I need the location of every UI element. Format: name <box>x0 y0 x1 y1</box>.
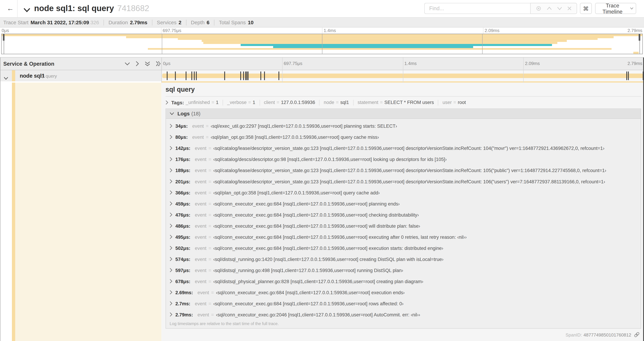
minimap-right-scrubber[interactable] <box>640 34 640 54</box>
chevron-right-icon[interactable] <box>170 235 172 239</box>
chevron-right-icon[interactable] <box>170 212 172 217</box>
span-detail-row: sql query Tags: _unfinished=1_verbose=1c… <box>0 83 644 341</box>
span-timeline-cell[interactable] <box>161 70 644 81</box>
ruler-tick-label: 2.09ms <box>484 28 500 33</box>
log-marker[interactable] <box>240 72 241 80</box>
log-marker[interactable] <box>245 72 246 80</box>
span-name-cell[interactable]: node sql1 sql query <box>0 70 161 81</box>
log-marker[interactable] <box>626 72 627 80</box>
chevron-right-icon[interactable] <box>170 201 172 206</box>
log-row[interactable]: 476μs:event=‹sql/conn_executor_exec.go:6… <box>166 209 640 220</box>
chevron-right-icon[interactable] <box>170 179 172 184</box>
chevron-right-icon[interactable] <box>170 157 172 161</box>
chevron-right-icon[interactable] <box>170 268 172 272</box>
log-field-value: ‹sql/conn_executor_exec.go:684 [nsql1,cl… <box>213 245 443 250</box>
log-marker[interactable] <box>192 72 192 80</box>
tag-item: node=sql1 <box>324 100 349 105</box>
log-row[interactable]: 597μs:event=‹sql/distsql_running.go:498 … <box>166 265 640 276</box>
tag-value: root <box>458 100 466 105</box>
log-marker[interactable] <box>248 72 249 80</box>
chevron-right-icon[interactable] <box>136 61 139 67</box>
back-button[interactable]: ← <box>5 4 15 14</box>
detail-operation-title: sql query <box>166 86 195 93</box>
log-row[interactable]: 34μs:event=‹sql/exec_util.go:2297 [nsql1… <box>166 120 640 132</box>
chevron-right-icon[interactable] <box>170 146 172 150</box>
chevron-right-icon[interactable] <box>170 124 172 128</box>
deep-link-icon[interactable] <box>634 331 640 338</box>
find-controls <box>530 3 577 14</box>
chevron-right-icon[interactable] <box>170 135 172 139</box>
log-row[interactable]: 502μs:event=‹sql/conn_executor_exec.go:6… <box>166 242 640 253</box>
chevron-right-icon[interactable] <box>170 257 172 261</box>
minimap-left-scrubber[interactable] <box>4 34 4 54</box>
log-field-equals: = <box>208 257 211 261</box>
log-field-value: ‹sql/plan_opt.go:358 [nsql1,client=127.0… <box>211 135 379 140</box>
trace-view-selector-button[interactable]: Trace Timeline <box>595 3 636 14</box>
span-collapse-chevron-icon[interactable] <box>4 74 8 82</box>
log-row[interactable]: 2.79ms:event=‹sql/conn_executor_exec.go:… <box>166 309 640 320</box>
chevron-right-icon[interactable] <box>170 301 172 306</box>
column-resizer-grip[interactable]: || <box>157 61 160 66</box>
log-row[interactable]: 678μs:event=‹sql/distsql_physical_planne… <box>166 276 640 287</box>
trace-header-chevron-down-icon[interactable] <box>23 7 30 14</box>
log-row[interactable]: 189μs:event=‹sql/catalog/lease/descripto… <box>166 165 640 176</box>
log-field-equals: = <box>208 234 211 239</box>
tag-key: statement <box>358 100 378 105</box>
keyboard-shortcuts-button[interactable]: ⌘ <box>580 3 592 14</box>
log-marker[interactable] <box>224 72 225 80</box>
chevron-right-icon[interactable] <box>170 290 172 294</box>
log-marker[interactable] <box>196 72 197 80</box>
double-chevron-down-icon[interactable] <box>144 61 150 66</box>
log-marker[interactable] <box>186 72 186 80</box>
find-input[interactable] <box>424 3 530 14</box>
chevron-right-icon[interactable] <box>170 168 172 173</box>
chevron-right-icon[interactable] <box>170 190 172 195</box>
tag-separator <box>438 100 438 105</box>
scrollbar[interactable] <box>643 58 644 341</box>
log-field-value: ‹sql/conn_executor_exec.go:684 [nsql1,cl… <box>213 212 419 217</box>
log-row[interactable]: 366μs:event=‹sql/plan_opt.go:358 [nsql1,… <box>166 187 640 198</box>
span-duration-bar[interactable] <box>162 74 643 78</box>
log-marker[interactable] <box>167 72 168 80</box>
log-row[interactable]: 201μs:event=‹sql/catalog/lease/descripto… <box>166 176 640 187</box>
log-row[interactable]: 2.7ms:event=‹sql/conn_executor_exec.go:6… <box>166 298 640 309</box>
log-marker[interactable] <box>278 72 279 80</box>
chevron-right-icon[interactable] <box>170 312 172 317</box>
chevron-right-icon[interactable] <box>170 246 172 250</box>
section-left-edge <box>0 58 0 341</box>
chevron-right-icon[interactable] <box>170 279 172 283</box>
log-row[interactable]: 176μs:event=‹sql/catalog/descs/descripto… <box>166 154 640 165</box>
log-field-value: ‹sql/conn_executor_exec.go:684 [nsql1,cl… <box>213 301 404 306</box>
log-marker[interactable] <box>247 72 248 80</box>
minimap-span-bar <box>202 40 567 42</box>
log-marker[interactable] <box>260 72 261 80</box>
log-timestamp: 678μs: <box>175 279 190 284</box>
logs-accordion-header[interactable]: Logs (18) <box>166 109 640 119</box>
log-marker[interactable] <box>194 72 194 80</box>
locate-icon[interactable] <box>536 5 542 12</box>
find-prev-icon[interactable] <box>547 7 552 10</box>
log-marker[interactable] <box>264 72 265 80</box>
trace-minimap[interactable] <box>1 34 643 54</box>
chevron-down-icon[interactable] <box>124 62 130 66</box>
log-field-value: ‹sql/plan_opt.go:358 [nsql1,client=127.0… <box>213 190 380 195</box>
log-marker[interactable] <box>244 72 244 80</box>
tags-accordion-header[interactable]: Tags: _unfinished=1_verbose=1client=127.… <box>161 99 644 106</box>
log-row[interactable]: 459μs:event=‹sql/conn_executor_exec.go:6… <box>166 198 640 209</box>
tag-separator <box>319 100 320 105</box>
log-marker[interactable] <box>175 72 176 80</box>
log-row[interactable]: 80μs:event=‹sql/plan_opt.go:358 [nsql1,c… <box>166 132 640 143</box>
info-label: Duration <box>108 20 128 25</box>
find-clear-icon[interactable] <box>567 6 572 11</box>
log-row[interactable]: 142μs:event=‹sql/catalog/lease/descripto… <box>166 143 640 154</box>
minimap-canvas[interactable] <box>2 34 642 54</box>
log-timestamp: 176μs: <box>175 157 190 162</box>
chevron-right-icon[interactable] <box>170 223 172 228</box>
log-row[interactable]: 486μs:event=‹sql/conn_executor_exec.go:6… <box>166 220 640 231</box>
log-row[interactable]: 574μs:event=‹sql/distsql_running.go:1420… <box>166 253 640 265</box>
log-timestamp: 142μs: <box>175 146 190 151</box>
log-row[interactable]: 495μs:event=‹sql/conn_executor_exec.go:6… <box>166 231 640 242</box>
find-next-icon[interactable] <box>557 7 562 10</box>
log-row[interactable]: 2.69ms:event=‹sql/conn_executor_exec.go:… <box>166 287 640 298</box>
log-marker[interactable] <box>628 72 629 80</box>
